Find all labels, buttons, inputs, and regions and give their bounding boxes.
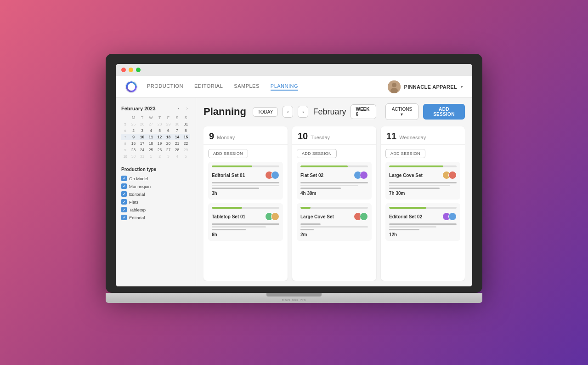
prod-type-editorial[interactable]: Editorial xyxy=(121,191,190,197)
day-header-wednesday: 11 Wednesday xyxy=(381,126,465,145)
nav-links: PRODUCTION EDITORIAL SAMPLES PLANNING xyxy=(147,83,388,91)
cal-nav: ‹ › xyxy=(175,105,190,112)
progress-bar-3 xyxy=(300,165,368,167)
avatar-3b xyxy=(360,171,368,179)
prod-type-editorial2[interactable]: Editorial xyxy=(121,215,190,220)
detail-bar-3c xyxy=(300,188,341,189)
cal-th-s: S xyxy=(173,114,181,121)
week-9: 9 xyxy=(121,147,129,153)
nav-planning[interactable]: PLANNING xyxy=(271,83,298,91)
maximize-btn[interactable] xyxy=(136,68,141,72)
session-editorial-01[interactable]: Editorial Set 01 xyxy=(208,162,283,200)
day-body-monday: ADD SESSION Editorial Set 01 xyxy=(204,145,288,281)
laptop-base: MacBook Pro xyxy=(106,293,482,303)
session-info-1: Editorial Set 01 xyxy=(212,171,279,179)
checkbox-tabletop[interactable] xyxy=(121,207,127,212)
detail-bar-1c xyxy=(212,188,259,189)
laptop-shell: PRODUCTION EDITORIAL SAMPLES PLANNING xyxy=(106,54,482,311)
detail-bars-5 xyxy=(389,182,457,189)
detail-bar-5b xyxy=(389,185,450,186)
prod-label-editorial: Editorial xyxy=(129,192,145,197)
session-info-4: Large Cove Set xyxy=(300,212,368,221)
close-btn[interactable] xyxy=(121,68,126,72)
detail-bar-1a xyxy=(212,182,279,183)
day-col-tuesday: 10 Tuesday ADD SESSION xyxy=(292,126,376,281)
detail-bar-3a xyxy=(300,182,368,183)
month-display: February xyxy=(313,107,346,117)
prod-label-mannequin: Mannequin xyxy=(129,184,151,189)
session-name-3: Flat Set 02 xyxy=(300,173,323,178)
cal-header: February 2023 ‹ › xyxy=(121,105,190,112)
prod-label-tabletop: Tabletop xyxy=(129,207,146,212)
session-tabletop-01[interactable]: Tabletop Set 01 xyxy=(208,203,283,241)
session-duration-6: 12h xyxy=(389,232,457,237)
detail-bar-2a xyxy=(212,223,279,225)
session-large-cove-tue[interactable]: Large Cove Set xyxy=(297,203,372,241)
week-8: 8 xyxy=(121,140,129,147)
progress-bar-2 xyxy=(212,207,279,209)
checkbox-editorial2[interactable] xyxy=(121,215,127,220)
detail-bar-4b xyxy=(300,226,368,228)
cal-prev[interactable]: ‹ xyxy=(175,105,182,112)
today-button[interactable]: TODAY xyxy=(253,107,278,117)
next-week-button[interactable]: › xyxy=(298,106,308,118)
checkbox-on-model[interactable] xyxy=(121,176,127,181)
session-duration-2: 6h xyxy=(212,232,279,237)
nav-production[interactable]: PRODUCTION xyxy=(147,83,183,91)
cal-grid: M T W T F S S xyxy=(121,114,190,160)
add-session-monday[interactable]: ADD SESSION xyxy=(208,149,248,158)
page-title: Planning xyxy=(204,106,246,118)
avatar-2b xyxy=(271,212,279,221)
session-info-2: Tabletop Set 01 xyxy=(212,212,279,221)
mini-calendar: February 2023 ‹ › xyxy=(121,105,190,160)
detail-bar-6a xyxy=(389,223,457,225)
week-badge: WEEK 6 xyxy=(351,104,376,119)
checkbox-editorial[interactable] xyxy=(121,191,127,197)
checkbox-mannequin[interactable] xyxy=(121,183,127,189)
app-logo[interactable] xyxy=(125,80,138,93)
add-session-header-button[interactable]: ADD SESSION xyxy=(423,104,465,120)
session-avatars-4 xyxy=(354,212,368,221)
session-flat-02[interactable]: Flat Set 02 xyxy=(297,162,372,200)
actions-button[interactable]: ACTIONS ▾ xyxy=(385,103,418,120)
prod-type-flats[interactable]: Flats xyxy=(121,199,190,205)
detail-bar-2b xyxy=(212,226,266,228)
svg-point-3 xyxy=(390,88,398,93)
session-duration-3: 4h 30m xyxy=(300,191,368,196)
add-session-wednesday[interactable]: ADD SESSION xyxy=(385,149,425,158)
detail-bar-5c xyxy=(389,188,440,189)
progress-bar-6 xyxy=(389,207,457,209)
traffic-lights xyxy=(116,64,472,76)
session-avatars-1 xyxy=(265,171,279,179)
prod-type-mannequin[interactable]: Mannequin xyxy=(121,183,190,189)
prev-week-button[interactable]: ‹ xyxy=(283,106,293,118)
cal-month-label: February 2023 xyxy=(121,106,156,111)
add-session-tuesday[interactable]: ADD SESSION xyxy=(297,149,337,158)
checkbox-flats[interactable] xyxy=(121,199,127,205)
session-large-cove-wed[interactable]: Large Cove Set xyxy=(385,162,460,200)
macbook-label: MacBook Pro xyxy=(282,298,306,302)
minimize-btn[interactable] xyxy=(129,68,133,72)
day-body-wednesday: ADD SESSION Large Cove Set xyxy=(381,145,465,281)
day-num-10: 10 xyxy=(298,131,308,142)
prod-type-on-model[interactable]: On Model xyxy=(121,176,190,181)
detail-bar-4c xyxy=(300,229,314,230)
nav-editorial[interactable]: EDITORIAL xyxy=(194,83,223,91)
cal-th-w: W xyxy=(147,114,155,121)
nav-samples[interactable]: SAMPLES xyxy=(234,83,259,91)
cal-th-t: T xyxy=(138,114,147,121)
screen-bezel: PRODUCTION EDITORIAL SAMPLES PLANNING xyxy=(106,54,482,293)
detail-bar-1b xyxy=(212,185,279,186)
avatar-6b xyxy=(448,212,457,221)
day-num-11: 11 xyxy=(386,131,396,142)
detail-bar-3b xyxy=(300,185,358,186)
session-editorial-02[interactable]: Editorial Set 02 xyxy=(385,203,460,241)
day-name-monday: Monday xyxy=(217,135,235,140)
progress-bar-4 xyxy=(300,207,368,209)
user-avatar xyxy=(388,80,401,93)
nav-user[interactable]: PINNACLE APPAREL ▾ xyxy=(388,80,463,93)
prod-type-tabletop[interactable]: Tabletop xyxy=(121,207,190,212)
session-info-6: Editorial Set 02 xyxy=(389,212,457,221)
cal-next[interactable]: › xyxy=(184,105,190,112)
svg-point-2 xyxy=(392,83,396,87)
